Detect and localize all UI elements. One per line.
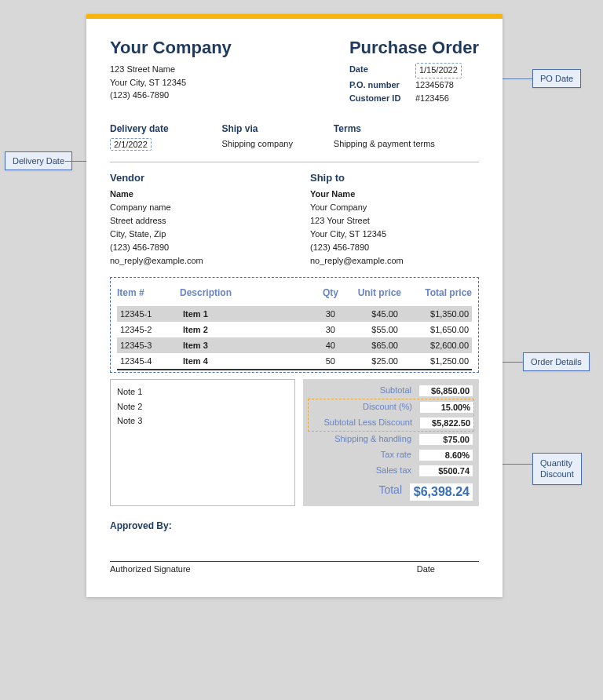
shipto-street: 123 Your Street (310, 214, 479, 228)
col-item: Item # (117, 287, 180, 306)
po-date-value: 1/15/2022 (415, 63, 462, 78)
note-line: Note 2 (117, 399, 288, 414)
col-desc: Description (180, 287, 299, 306)
vendor-heading: Vendor (110, 172, 279, 184)
note-line: Note 1 (117, 385, 288, 399)
vendor-name: Name (110, 188, 279, 201)
table-row: 12345-4 Item 4 50 $25.00 $1,250.00 (117, 353, 472, 370)
taxrate-value: 8.60% (419, 450, 473, 461)
shipto-name: Your Name (310, 188, 479, 201)
salestax-label: Sales tax (309, 465, 419, 476)
shipto-block: Ship to Your Name Your Company 123 Your … (310, 172, 479, 268)
cell-item: 12345-3 (117, 337, 180, 353)
cell-total: $2,600.00 (401, 337, 472, 353)
divider (110, 162, 479, 162)
approved-by-label: Approved By: (110, 520, 479, 531)
terms-label: Terms (334, 123, 479, 134)
col-total: Total price (401, 287, 472, 306)
col-qty: Qty (299, 287, 338, 306)
vendor-company: Company name (110, 201, 279, 214)
cell-item: 12345-2 (117, 322, 180, 337)
callout-po-date: PO Date (532, 69, 581, 88)
company-block: Your Company 123 Street Name Your City, … (110, 38, 232, 106)
note-line: Note 3 (117, 414, 288, 428)
shipto-phone: (123) 456-7890 (310, 241, 479, 254)
cell-qty: 30 (299, 306, 338, 322)
callout-delivery-date: Delivery Date (5, 151, 72, 170)
subless-label: Subtotal Less Discount (309, 417, 420, 428)
po-title: Purchase Order (349, 38, 479, 58)
table-row: 12345-2 Item 2 30 $55.00 $1,650.00 (117, 322, 472, 337)
shipto-heading: Ship to (310, 172, 479, 184)
po-date-label: Date (349, 63, 415, 78)
notes-box: Note 1 Note 2 Note 3 (110, 379, 295, 506)
po-number-value: 12345678 (415, 78, 454, 93)
cell-desc: Item 2 (180, 322, 299, 337)
totals-box: Subtotal $6,850.00 Discount (%) 15.00% S… (303, 379, 479, 506)
discount-highlight: Discount (%) 15.00% Subtotal Less Discou… (308, 399, 474, 432)
company-city: Your City, ST 12345 (110, 76, 232, 89)
company-street: 123 Street Name (110, 63, 232, 76)
po-customer-value: #123456 (415, 92, 449, 106)
po-block: Purchase Order Date 1/15/2022 P.O. numbe… (349, 38, 479, 106)
vendor-block: Vendor Name Company name Street address … (110, 172, 279, 268)
cell-qty: 40 (299, 337, 338, 353)
table-row: 12345-1 Item 1 30 $45.00 $1,350.00 (117, 306, 472, 322)
cell-desc: Item 1 (180, 306, 299, 322)
cell-total: $1,250.00 (401, 353, 472, 370)
items-table: Item # Description Qty Unit price Total … (117, 287, 472, 370)
subtotal-label: Subtotal (309, 385, 419, 396)
cell-qty: 30 (299, 322, 338, 337)
cell-unit: $65.00 (338, 337, 401, 353)
cell-qty: 50 (299, 353, 338, 370)
total-value: $6,398.24 (410, 483, 473, 501)
cell-unit: $45.00 (338, 306, 401, 322)
vendor-street: Street address (110, 214, 279, 228)
signature-date-label: Date (417, 564, 435, 574)
terms-value: Shipping & payment terms (334, 139, 435, 148)
cell-item: 12345-1 (117, 306, 180, 322)
po-number-label: P.O. number (349, 78, 415, 93)
shipvia-label: Ship via (221, 123, 333, 134)
shipvia-value: Shipping company (221, 139, 293, 148)
salestax-value: $500.74 (419, 465, 473, 476)
vendor-city: City, State, Zip (110, 228, 279, 241)
callout-order-details: Order Details (523, 352, 590, 371)
cell-desc: Item 3 (180, 337, 299, 353)
total-label: Total (309, 483, 410, 501)
discount-value: 15.00% (420, 402, 473, 413)
po-customer-label: Customer ID (349, 92, 415, 106)
cell-total: $1,350.00 (401, 306, 472, 322)
signature-label: Authorized Signature (110, 564, 191, 574)
subless-value: $5,822.50 (420, 417, 473, 428)
vendor-phone: (123) 456-7890 (110, 241, 279, 254)
table-row: 12345-3 Item 3 40 $65.00 $2,600.00 (117, 337, 472, 353)
shipto-email: no_reply@example.com (310, 254, 479, 268)
company-name: Your Company (110, 38, 232, 58)
callout-text: Delivery Date (13, 156, 64, 166)
shipping-label: Shipping & handling (309, 434, 419, 445)
order-details-box: Item # Description Qty Unit price Total … (110, 277, 479, 373)
company-phone: (123) 456-7890 (110, 89, 232, 102)
callout-text: QuantityDiscount (540, 458, 574, 479)
col-unit: Unit price (338, 287, 401, 306)
cell-unit: $55.00 (338, 322, 401, 337)
delivery-date-label: Delivery date (110, 123, 221, 134)
callout-text: Order Details (531, 357, 582, 366)
delivery-date-value: 2/1/2022 (110, 138, 152, 151)
cell-total: $1,650.00 (401, 322, 472, 337)
cell-item: 12345-4 (117, 353, 180, 370)
shipping-value: $75.00 (419, 434, 473, 445)
callout-quantity-discount: QuantityDiscount (532, 453, 582, 485)
subtotal-value: $6,850.00 (419, 385, 473, 396)
vendor-email: no_reply@example.com (110, 254, 279, 268)
shipto-city: Your City, ST 12345 (310, 228, 479, 241)
callout-text: PO Date (540, 74, 573, 83)
discount-label: Discount (%) (309, 402, 420, 413)
shipto-company: Your Company (310, 201, 479, 214)
document-page: Your Company 123 Street Name Your City, … (86, 14, 502, 597)
cell-desc: Item 4 (180, 353, 299, 370)
taxrate-label: Tax rate (309, 450, 419, 461)
cell-unit: $25.00 (338, 353, 401, 370)
